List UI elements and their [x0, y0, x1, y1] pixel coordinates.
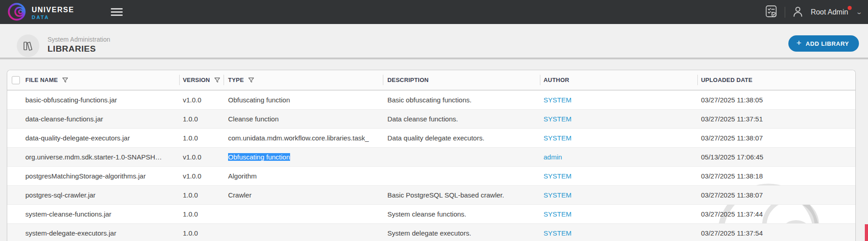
type-cell-text: com.unidata.mdm.workflow.core.libraries.…	[228, 134, 369, 142]
description-cell: Data cleanse functions.	[383, 115, 540, 123]
author-cell: admin	[540, 153, 697, 161]
version-cell: 1.0.0	[179, 115, 224, 123]
user-icon[interactable]	[792, 5, 804, 19]
breadcrumb: System Administration	[48, 36, 110, 43]
uploaded-date-cell: 03/27/2025 11:38:07	[697, 191, 855, 199]
column-header-author[interactable]: AUTHOR	[540, 70, 697, 90]
version-cell: 1.0.0	[179, 210, 224, 218]
column-header-file-name[interactable]: FILE NAME	[25, 70, 179, 90]
brand[interactable]: UNIVERSE DATA	[7, 2, 74, 23]
libraries-table: FILE NAME VERSION TYPE DESCRIPTION AUTHO…	[7, 70, 856, 241]
notification-dot	[848, 6, 852, 10]
column-label: AUTHOR	[544, 77, 569, 83]
author-link[interactable]: SYSTEM	[544, 134, 572, 142]
add-library-label: ADD LIBRARY	[806, 40, 849, 47]
column-label: DESCRIPTION	[387, 77, 429, 83]
version-cell: v1.0.0	[179, 96, 224, 104]
column-header-type[interactable]: TYPE	[224, 70, 383, 90]
table-row[interactable]: system-cleanse-functions.jar 1.0.0 Syste…	[7, 205, 855, 224]
description-cell: Data quality delegate executors.	[383, 134, 540, 142]
author-link[interactable]: SYSTEM	[544, 96, 572, 104]
file-name-cell: postgres-sql-crawler.jar	[25, 191, 179, 199]
description-cell: System delegate executors.	[383, 229, 540, 237]
file-name-cell: org.universe.mdm.sdk.starter-1.0-SNAPSH…	[25, 153, 179, 161]
file-name-cell: basic-obfuscating-functions.jar	[25, 96, 179, 104]
file-name-cell: system-cleanse-functions.jar	[25, 210, 179, 218]
uploaded-date-cell: 05/13/2025 17:06:45	[697, 153, 855, 161]
author-link[interactable]: SYSTEM	[544, 210, 572, 218]
author-link[interactable]: SYSTEM	[544, 172, 572, 180]
menu-icon[interactable]	[111, 8, 123, 16]
description-cell: Basic PostgreSQL SQL-based crawler.	[383, 191, 540, 199]
uploaded-date-cell: 03/27/2025 11:38:07	[697, 134, 855, 142]
table-row[interactable]: basic-obfuscating-functions.jar v1.0.0 O…	[7, 91, 855, 110]
author-cell: SYSTEM	[540, 210, 697, 218]
author-cell: SYSTEM	[540, 191, 697, 199]
uploaded-date-cell: 03/27/2025 11:37:51	[697, 115, 855, 123]
author-link[interactable]: admin	[544, 153, 562, 161]
table-row[interactable]: system-delegate-executors.jar 1.0.0 Syst…	[7, 224, 855, 241]
version-cell: 1.0.0	[179, 191, 224, 199]
description-cell: System cleanse functions.	[383, 210, 540, 218]
type-cell: com.unidata.mdm.workflow.core.libraries.…	[224, 134, 383, 142]
author-cell: SYSTEM	[540, 172, 697, 180]
table-row[interactable]: postgres-sql-crawler.jar 1.0.0 Crawler B…	[7, 186, 855, 205]
uploaded-date-cell: 03/27/2025 11:37:54	[697, 229, 855, 237]
author-cell: SYSTEM	[540, 134, 697, 142]
filter-icon[interactable]	[248, 77, 254, 83]
chevron-down-icon[interactable]: ⌄	[856, 9, 863, 15]
libraries-section-icon	[17, 34, 39, 57]
type-cell-text: Obfuscating function	[228, 153, 290, 161]
author-cell: SYSTEM	[540, 229, 697, 237]
header-checkbox-cell	[7, 70, 25, 90]
user-name: Root Admin	[811, 8, 848, 16]
table-body: basic-obfuscating-functions.jar v1.0.0 O…	[7, 91, 855, 241]
uploaded-date-cell: 03/27/2025 11:38:18	[697, 172, 855, 180]
version-cell: v1.0.0	[179, 172, 224, 180]
version-cell: v1.0.0	[179, 153, 224, 161]
uploaded-date-cell: 03/27/2025 11:37:44	[697, 210, 855, 218]
uploaded-date-cell: 03/27/2025 11:38:05	[697, 96, 855, 104]
page-title: LIBRARIES	[48, 44, 96, 54]
version-cell: 1.0.0	[179, 134, 224, 142]
file-name-cell: data-cleanse-functions.jar	[25, 115, 179, 123]
column-header-version[interactable]: VERSION	[179, 70, 224, 90]
file-name-cell: postgresMatchingStorage-algorithms.jar	[25, 172, 179, 180]
table-header-row: FILE NAME VERSION TYPE DESCRIPTION AUTHO…	[7, 70, 855, 91]
type-cell: Obfuscating function	[224, 153, 383, 161]
column-label: UPLOADED DATE	[701, 77, 753, 83]
author-cell: SYSTEM	[540, 115, 697, 123]
user-menu[interactable]: Root Admin	[811, 8, 850, 16]
type-cell: Algorithm	[224, 172, 383, 180]
topbar-divider	[785, 7, 785, 18]
brand-title: UNIVERSE	[32, 6, 74, 14]
type-cell: Crawler	[224, 191, 383, 199]
file-name-cell: data-quality-delegate-executors.jar	[25, 134, 179, 142]
column-header-description[interactable]: DESCRIPTION	[383, 70, 540, 90]
author-cell: SYSTEM	[540, 96, 697, 104]
header-divider	[0, 58, 868, 59]
type-cell-text: Algorithm	[228, 172, 257, 180]
brand-subtitle: DATA	[32, 14, 74, 20]
type-cell-text: Cleanse function	[228, 115, 279, 123]
add-library-button[interactable]: + ADD LIBRARY	[788, 35, 859, 52]
author-link[interactable]: SYSTEM	[544, 115, 572, 123]
table-row[interactable]: org.universe.mdm.sdk.starter-1.0-SNAPSH……	[7, 148, 855, 167]
select-all-checkbox[interactable]	[12, 76, 20, 84]
filter-icon[interactable]	[62, 77, 68, 83]
tasks-icon[interactable]	[764, 5, 778, 20]
author-link[interactable]: SYSTEM	[544, 229, 572, 237]
filter-icon[interactable]	[214, 77, 220, 83]
column-header-uploaded-date[interactable]: UPLOADED DATE	[697, 70, 855, 90]
author-link[interactable]: SYSTEM	[544, 191, 572, 199]
table-row[interactable]: data-cleanse-functions.jar 1.0.0 Cleanse…	[7, 110, 855, 129]
version-cell: 1.0.0	[179, 229, 224, 237]
column-label: FILE NAME	[25, 77, 58, 83]
table-row[interactable]: postgresMatchingStorage-algorithms.jar v…	[7, 167, 855, 186]
table-row[interactable]: data-quality-delegate-executors.jar 1.0.…	[7, 129, 855, 148]
type-cell-text: Crawler	[228, 191, 252, 199]
file-name-cell: system-delegate-executors.jar	[25, 229, 179, 237]
type-cell: Obfuscating function	[224, 96, 383, 104]
column-label: VERSION	[183, 77, 210, 83]
right-edge-red-indicator	[865, 224, 868, 241]
